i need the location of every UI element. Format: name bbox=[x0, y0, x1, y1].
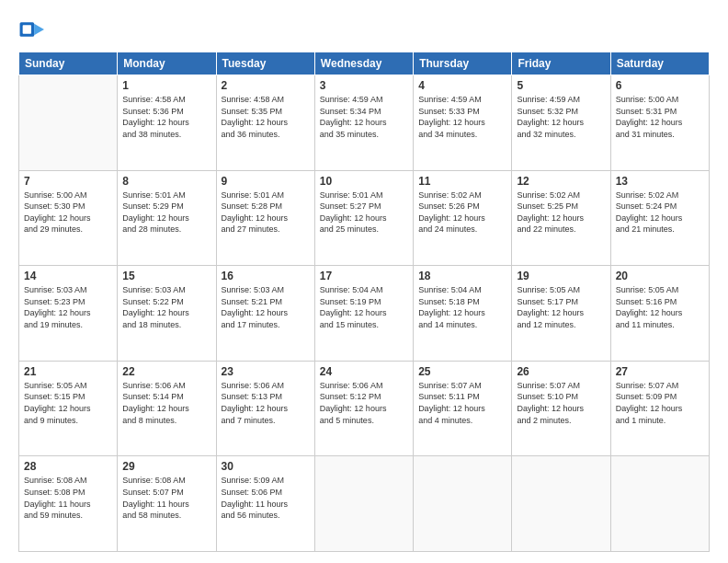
calendar-week-1: 1Sunrise: 4:58 AM Sunset: 5:36 PM Daylig… bbox=[19, 75, 710, 171]
day-number: 24 bbox=[320, 365, 408, 378]
day-number: 28 bbox=[24, 460, 112, 473]
day-number: 6 bbox=[616, 79, 704, 92]
calendar-cell: 23Sunrise: 5:06 AM Sunset: 5:13 PM Dayli… bbox=[216, 361, 314, 456]
day-number: 3 bbox=[320, 79, 408, 92]
day-info: Sunrise: 5:08 AM Sunset: 5:07 PM Dayligh… bbox=[122, 475, 210, 521]
svg-marker-2 bbox=[34, 24, 44, 35]
day-number: 23 bbox=[222, 365, 310, 378]
calendar-header-sunday: Sunday bbox=[19, 52, 118, 75]
calendar-cell: 17Sunrise: 5:04 AM Sunset: 5:19 PM Dayli… bbox=[314, 266, 413, 362]
calendar-cell: 2Sunrise: 4:58 AM Sunset: 5:35 PM Daylig… bbox=[216, 75, 314, 171]
day-number: 12 bbox=[517, 175, 605, 188]
day-number: 16 bbox=[222, 270, 310, 282]
calendar-cell: 24Sunrise: 5:06 AM Sunset: 5:12 PM Dayli… bbox=[314, 361, 413, 456]
day-number: 10 bbox=[320, 175, 408, 188]
day-number: 29 bbox=[122, 460, 210, 473]
calendar-week-5: 28Sunrise: 5:08 AM Sunset: 5:08 PM Dayli… bbox=[19, 456, 710, 552]
day-info: Sunrise: 5:06 AM Sunset: 5:13 PM Dayligh… bbox=[222, 380, 310, 426]
calendar-cell: 30Sunrise: 5:09 AM Sunset: 5:06 PM Dayli… bbox=[216, 456, 314, 552]
day-info: Sunrise: 5:07 AM Sunset: 5:10 PM Dayligh… bbox=[517, 380, 605, 426]
day-number: 7 bbox=[24, 175, 112, 188]
day-number: 25 bbox=[418, 365, 506, 378]
calendar-cell: 9Sunrise: 5:01 AM Sunset: 5:28 PM Daylig… bbox=[216, 170, 314, 266]
day-number: 13 bbox=[616, 175, 704, 188]
day-info: Sunrise: 5:00 AM Sunset: 5:30 PM Dayligh… bbox=[24, 190, 112, 236]
day-number: 15 bbox=[122, 270, 210, 282]
calendar-cell: 26Sunrise: 5:07 AM Sunset: 5:10 PM Dayli… bbox=[512, 361, 610, 456]
day-number: 18 bbox=[418, 270, 506, 282]
day-info: Sunrise: 5:03 AM Sunset: 5:23 PM Dayligh… bbox=[24, 284, 112, 330]
calendar-cell: 25Sunrise: 5:07 AM Sunset: 5:11 PM Dayli… bbox=[414, 361, 512, 456]
day-number: 1 bbox=[122, 79, 210, 92]
day-number: 9 bbox=[222, 175, 310, 188]
day-number: 30 bbox=[222, 460, 310, 473]
day-info: Sunrise: 5:06 AM Sunset: 5:14 PM Dayligh… bbox=[122, 380, 210, 426]
day-info: Sunrise: 4:58 AM Sunset: 5:35 PM Dayligh… bbox=[222, 94, 310, 140]
day-info: Sunrise: 5:04 AM Sunset: 5:19 PM Dayligh… bbox=[320, 284, 408, 330]
day-info: Sunrise: 5:06 AM Sunset: 5:12 PM Dayligh… bbox=[320, 380, 408, 426]
day-number: 2 bbox=[222, 79, 310, 92]
day-info: Sunrise: 5:02 AM Sunset: 5:26 PM Dayligh… bbox=[418, 190, 506, 236]
calendar-header-row: SundayMondayTuesdayWednesdayThursdayFrid… bbox=[19, 52, 710, 75]
calendar-cell: 28Sunrise: 5:08 AM Sunset: 5:08 PM Dayli… bbox=[19, 456, 118, 552]
calendar-cell: 5Sunrise: 4:59 AM Sunset: 5:32 PM Daylig… bbox=[512, 75, 610, 171]
day-number: 26 bbox=[517, 365, 605, 378]
day-number: 21 bbox=[24, 365, 112, 378]
calendar-cell: 3Sunrise: 4:59 AM Sunset: 5:34 PM Daylig… bbox=[314, 75, 413, 171]
calendar-cell bbox=[314, 456, 413, 552]
calendar-cell: 29Sunrise: 5:08 AM Sunset: 5:07 PM Dayli… bbox=[118, 456, 216, 552]
calendar-header-saturday: Saturday bbox=[610, 52, 709, 75]
day-info: Sunrise: 5:02 AM Sunset: 5:24 PM Dayligh… bbox=[616, 190, 704, 236]
day-info: Sunrise: 5:08 AM Sunset: 5:08 PM Dayligh… bbox=[24, 475, 112, 521]
day-number: 27 bbox=[616, 365, 704, 378]
day-info: Sunrise: 5:02 AM Sunset: 5:25 PM Dayligh… bbox=[517, 190, 605, 236]
day-info: Sunrise: 4:59 AM Sunset: 5:33 PM Dayligh… bbox=[418, 94, 506, 140]
calendar-cell bbox=[19, 75, 118, 171]
day-number: 19 bbox=[517, 270, 605, 282]
day-number: 20 bbox=[616, 270, 704, 282]
calendar-cell: 6Sunrise: 5:00 AM Sunset: 5:31 PM Daylig… bbox=[610, 75, 709, 171]
day-info: Sunrise: 5:01 AM Sunset: 5:28 PM Dayligh… bbox=[222, 190, 310, 236]
day-info: Sunrise: 5:07 AM Sunset: 5:09 PM Dayligh… bbox=[616, 380, 704, 426]
calendar-cell: 7Sunrise: 5:00 AM Sunset: 5:30 PM Daylig… bbox=[19, 170, 118, 266]
calendar-header-wednesday: Wednesday bbox=[314, 52, 413, 75]
day-number: 14 bbox=[24, 270, 112, 282]
day-info: Sunrise: 4:59 AM Sunset: 5:32 PM Dayligh… bbox=[517, 94, 605, 140]
svg-rect-1 bbox=[23, 25, 31, 33]
day-info: Sunrise: 5:05 AM Sunset: 5:15 PM Dayligh… bbox=[24, 380, 112, 426]
calendar-cell: 8Sunrise: 5:01 AM Sunset: 5:29 PM Daylig… bbox=[118, 170, 216, 266]
calendar-cell: 22Sunrise: 5:06 AM Sunset: 5:14 PM Dayli… bbox=[118, 361, 216, 456]
calendar-cell bbox=[414, 456, 512, 552]
page-header bbox=[18, 17, 710, 42]
day-number: 8 bbox=[122, 175, 210, 188]
day-info: Sunrise: 5:01 AM Sunset: 5:27 PM Dayligh… bbox=[320, 190, 408, 236]
calendar-table: SundayMondayTuesdayWednesdayThursdayFrid… bbox=[18, 52, 710, 552]
calendar-cell: 12Sunrise: 5:02 AM Sunset: 5:25 PM Dayli… bbox=[512, 170, 610, 266]
calendar-week-4: 21Sunrise: 5:05 AM Sunset: 5:15 PM Dayli… bbox=[19, 361, 710, 456]
day-info: Sunrise: 5:03 AM Sunset: 5:21 PM Dayligh… bbox=[222, 284, 310, 330]
calendar-cell bbox=[610, 456, 709, 552]
calendar-cell: 20Sunrise: 5:05 AM Sunset: 5:16 PM Dayli… bbox=[610, 266, 709, 362]
calendar-cell: 11Sunrise: 5:02 AM Sunset: 5:26 PM Dayli… bbox=[414, 170, 512, 266]
calendar-header-friday: Friday bbox=[512, 52, 610, 75]
calendar-cell bbox=[512, 456, 610, 552]
calendar-cell: 27Sunrise: 5:07 AM Sunset: 5:09 PM Dayli… bbox=[610, 361, 709, 456]
calendar-header-tuesday: Tuesday bbox=[216, 52, 314, 75]
day-number: 4 bbox=[418, 79, 506, 92]
day-number: 22 bbox=[122, 365, 210, 378]
calendar-cell: 21Sunrise: 5:05 AM Sunset: 5:15 PM Dayli… bbox=[19, 361, 118, 456]
calendar-cell: 18Sunrise: 5:04 AM Sunset: 5:18 PM Dayli… bbox=[414, 266, 512, 362]
day-info: Sunrise: 4:59 AM Sunset: 5:34 PM Dayligh… bbox=[320, 94, 408, 140]
day-info: Sunrise: 5:05 AM Sunset: 5:16 PM Dayligh… bbox=[616, 284, 704, 330]
calendar-cell: 19Sunrise: 5:05 AM Sunset: 5:17 PM Dayli… bbox=[512, 266, 610, 362]
day-info: Sunrise: 4:58 AM Sunset: 5:36 PM Dayligh… bbox=[122, 94, 210, 140]
day-info: Sunrise: 5:00 AM Sunset: 5:31 PM Dayligh… bbox=[616, 94, 704, 140]
calendar-cell: 1Sunrise: 4:58 AM Sunset: 5:36 PM Daylig… bbox=[118, 75, 216, 171]
calendar-cell: 16Sunrise: 5:03 AM Sunset: 5:21 PM Dayli… bbox=[216, 266, 314, 362]
day-info: Sunrise: 5:01 AM Sunset: 5:29 PM Dayligh… bbox=[122, 190, 210, 236]
calendar-header-thursday: Thursday bbox=[414, 52, 512, 75]
calendar-cell: 13Sunrise: 5:02 AM Sunset: 5:24 PM Dayli… bbox=[610, 170, 709, 266]
calendar-cell: 10Sunrise: 5:01 AM Sunset: 5:27 PM Dayli… bbox=[314, 170, 413, 266]
logo bbox=[18, 17, 48, 42]
day-info: Sunrise: 5:09 AM Sunset: 5:06 PM Dayligh… bbox=[222, 475, 310, 521]
